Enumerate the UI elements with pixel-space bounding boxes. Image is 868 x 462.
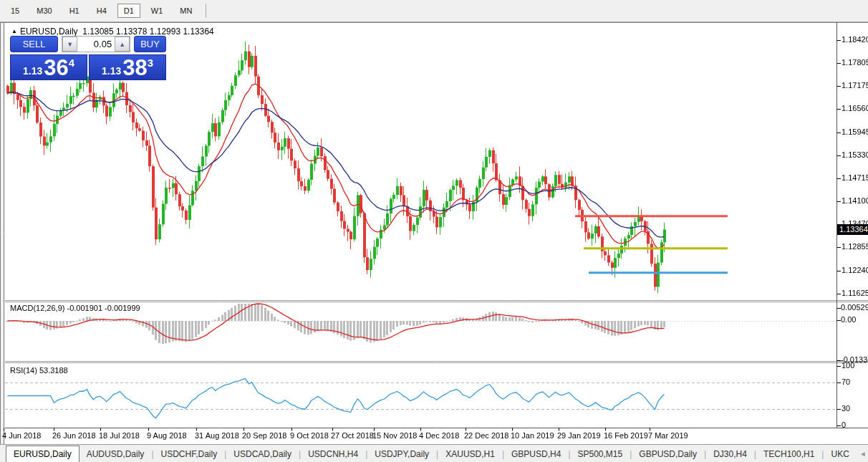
price-axis-label: 1.12855 [842, 242, 868, 251]
volume-stepper: ▼ ▲ [62, 36, 130, 52]
date-axis-label: 9 Oct 2018 [290, 431, 329, 440]
date-axis-label: 10 Jan 2019 [511, 431, 554, 440]
date-axis-label: 16 Feb 2019 [604, 431, 648, 440]
terminal-window: 15M30H1H4D1W1MN ▲EURUSD,Daily 1.13085 1.… [0, 0, 868, 462]
rsi-indicator-label: RSI(14) 53.3188 [10, 366, 68, 375]
chart-tab-usdchf-daily[interactable]: USDCHF,Daily [154, 446, 225, 462]
sell-price-pips: 36 [44, 57, 68, 79]
chart-tab-bar: EURUSD,DailyAUDUSD,Daily|USDCHF,Daily|US… [0, 444, 868, 462]
date-axis-label: 15 Nov 2018 [372, 431, 417, 440]
price-axis-label: 1.11625 [842, 289, 868, 297]
chart-ohlc-values: 1.13085 1.13378 1.12993 1.13364 [82, 27, 214, 37]
price-axis-label: 1.15330 [842, 150, 868, 159]
volume-increase-icon[interactable]: ▲ [115, 37, 130, 52]
rsi-scale-label: 0 [842, 420, 846, 429]
rsi-scale-label: 100 [842, 361, 854, 370]
chart-tab-dj30-h4[interactable]: DJ30,H4 [706, 446, 754, 462]
price-axis-label: 1.14715 [842, 173, 868, 182]
chart-tab-gbpusd-daily[interactable]: GBPUSD,Daily [632, 446, 704, 462]
tab-scroll-buttons: ◄► [857, 448, 868, 459]
chart-tab-tech100-h1[interactable]: TECH100,H1 [756, 446, 821, 462]
date-axis-label: 4 Dec 2018 [419, 431, 459, 440]
buy-price-pipette: 3 [148, 57, 153, 69]
date-axis-label: 22 Dec 2018 [464, 431, 508, 440]
date-axis-label: 27 Oct 2018 [331, 431, 374, 440]
chart-tab-xauusd-h1[interactable]: XAUUSD,H1 [438, 446, 502, 462]
tab-scroll-left-icon[interactable]: ◄ [857, 448, 868, 459]
macd-indicator-label: MACD(12,26,9) -0.001901 -0.001999 [10, 304, 140, 312]
date-axis-label: 4 Jun 2018 [2, 431, 41, 440]
buy-price-base: 1.13 [102, 65, 121, 77]
chart-tab-usdcnh-h4[interactable]: USDCNH,H4 [301, 446, 365, 462]
chart-tab-gbpusd-h4[interactable]: GBPUSD,H4 [504, 446, 568, 462]
date-axis-label: 20 Sep 2018 [242, 431, 286, 440]
date-axis-label: 29 Jan 2019 [557, 431, 601, 440]
price-axis-label: 1.18420 [842, 35, 868, 44]
sell-button[interactable]: SELL [10, 36, 58, 52]
timeframe-button-w1[interactable]: W1 [145, 4, 170, 18]
price-axis-label: 1.16560 [842, 104, 868, 112]
current-price-badge: 1.13364 [837, 224, 868, 235]
rsi-scale-label: 70 [842, 377, 850, 386]
date-axis-label: 18 Jul 2018 [99, 431, 140, 440]
timeframe-button-m30[interactable]: M30 [30, 4, 58, 18]
chart-tab-usdjpy-daily[interactable]: USDJPY,Daily [367, 446, 436, 462]
date-axis-label: 7 Mar 2019 [648, 431, 688, 440]
chart-header: ▲EURUSD,Daily 1.13085 1.13378 1.12993 1.… [11, 27, 214, 37]
chart-tab-usdcad-daily[interactable]: USDCAD,Daily [226, 446, 299, 462]
buy-price-panel[interactable]: 1.13 38 3 [89, 54, 166, 80]
price-axis-label: 1.15945 [842, 127, 868, 136]
price-axis-label: 1.17175 [842, 81, 868, 90]
price-axis-label: 1.14100 [842, 196, 868, 205]
macd-scale-label: 0.00 [841, 315, 856, 324]
volume-decrease-icon[interactable]: ▼ [62, 37, 77, 52]
timeframe-button-15[interactable]: 15 [4, 4, 26, 18]
timeframe-button-h4[interactable]: H4 [90, 4, 113, 18]
date-axis-label: 26 Jun 2018 [52, 431, 96, 440]
macd-scale-label: 0.005292 [841, 303, 868, 312]
price-axis-label: 1.17805 [842, 58, 868, 67]
timeframe-button-d1[interactable]: D1 [117, 4, 140, 18]
chart-symbol-label: EURUSD,Daily [20, 27, 78, 37]
volume-input[interactable] [77, 37, 115, 52]
toolbar-separator [206, 4, 206, 18]
timeframe-button-mn[interactable]: MN [173, 4, 198, 18]
chart-tab-ukc[interactable]: UKC [824, 446, 856, 462]
chart-tab-eurusd-daily[interactable]: EURUSD,Daily [6, 446, 79, 462]
sell-price-base: 1.13 [23, 65, 42, 77]
rsi-scale-label: 30 [842, 404, 850, 413]
sell-price-panel[interactable]: 1.13 36 4 [10, 54, 87, 80]
chart-tab-audusd-daily[interactable]: AUDUSD,Daily [79, 446, 152, 462]
timeframe-button-h1[interactable]: H1 [63, 4, 86, 18]
price-axis-label: 1.12240 [842, 266, 868, 274]
date-axis-label: 31 Aug 2018 [195, 431, 239, 440]
buy-price-pips: 38 [122, 57, 147, 79]
sell-price-pipette: 4 [69, 57, 74, 69]
buy-button[interactable]: BUY [134, 36, 166, 52]
one-click-trading-widget: SELL ▼ ▲ BUY 1.13 36 4 1.13 38 3 [10, 36, 166, 80]
chart-tab-sp500-m15[interactable]: SP500,M15 [571, 446, 630, 462]
timeframe-toolbar: 15M30H1H4D1W1MN [0, 0, 868, 22]
one-click-collapse-icon[interactable]: ▲ [11, 28, 17, 34]
date-axis-label: 9 Aug 2018 [147, 431, 187, 440]
